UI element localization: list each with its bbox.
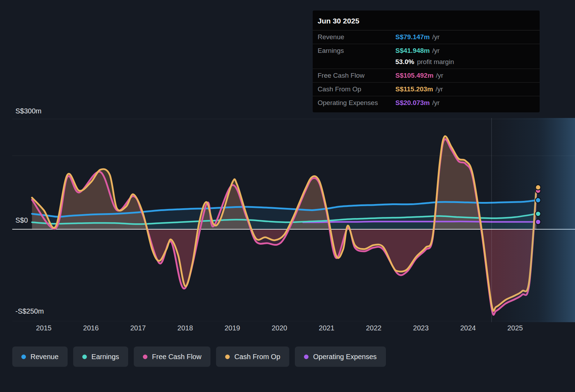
- x-tick-2022: 2022: [360, 324, 388, 332]
- profit-margin-value: 53.0%: [395, 58, 414, 66]
- operating-expenses-dot-icon: [304, 355, 309, 359]
- legend-label: Operating Expenses: [313, 353, 376, 361]
- legend-item-revenue[interactable]: Revenue: [12, 346, 68, 367]
- end-dot-revenue: [535, 198, 541, 203]
- tooltip-label: Revenue: [318, 33, 395, 41]
- tooltip-row-cash-from-op: Cash From OpS$115.203m/yr: [313, 82, 540, 96]
- app-root: S$300m S$0 -S$250m 201520162017201820192…: [0, 0, 575, 392]
- tooltip-row-earnings: EarningsS$41.948m/yr: [313, 44, 540, 57]
- legend: RevenueEarningsFree Cash FlowCash From O…: [12, 346, 386, 367]
- tooltip-row-operating-expenses: Operating ExpensesS$20.073m/yr: [313, 96, 540, 110]
- end-dot-earnings: [535, 211, 541, 216]
- free-cash-flow-dot-icon: [143, 355, 147, 359]
- tooltip-rows: RevenueS$79.147m/yrEarningsS$41.948m/yr5…: [313, 30, 540, 110]
- tooltip-label: Earnings: [318, 47, 395, 55]
- legend-label: Cash From Op: [234, 353, 280, 361]
- future-region-overlay: [492, 118, 575, 322]
- y-axis-label-neg250: -S$250m: [15, 307, 44, 315]
- chart-tooltip: Jun 30 2025 RevenueS$79.147m/yrEarningsS…: [313, 10, 540, 112]
- earnings-dot-icon: [82, 355, 87, 359]
- x-tick-2019: 2019: [218, 324, 246, 332]
- legend-item-cash-from-op[interactable]: Cash From Op: [216, 346, 289, 367]
- x-tick-2023: 2023: [407, 324, 435, 332]
- tooltip-value: S$105.492m: [395, 72, 434, 79]
- x-tick-2025: 2025: [501, 324, 529, 332]
- x-tick-2016: 2016: [77, 324, 105, 332]
- revenue-dot-icon: [21, 355, 26, 359]
- cash-from-op-dot-icon: [225, 355, 230, 359]
- tooltip-value-suffix: /yr: [436, 72, 443, 79]
- legend-label: Free Cash Flow: [152, 353, 201, 361]
- legend-label: Revenue: [30, 353, 58, 361]
- x-tick-2021: 2021: [313, 324, 341, 332]
- legend-item-operating-expenses[interactable]: Operating Expenses: [295, 346, 386, 367]
- x-tick-2020: 2020: [265, 324, 293, 332]
- x-tick-2015: 2015: [30, 324, 58, 332]
- tooltip-value-suffix: /yr: [432, 99, 439, 107]
- tooltip-date: Jun 30 2025: [313, 15, 540, 30]
- tooltip-row-profit-margin: 53.0%profit margin: [313, 57, 540, 69]
- legend-label: Earnings: [91, 353, 119, 361]
- tooltip-value: S$20.073m: [395, 99, 430, 107]
- tooltip-value: S$79.147m: [395, 33, 430, 41]
- y-axis-label-0: S$0: [15, 216, 28, 224]
- x-axis: 2015201620172018201920202021202220232024…: [0, 324, 575, 335]
- tooltip-value-suffix: /yr: [432, 47, 439, 55]
- profit-margin-label: profit margin: [417, 58, 454, 66]
- tooltip-value-suffix: /yr: [436, 85, 443, 93]
- tooltip-label: Cash From Op: [318, 85, 395, 93]
- tooltip-label: Free Cash Flow: [318, 72, 395, 79]
- tooltip-value-suffix: /yr: [432, 33, 439, 41]
- end-dot-cash-from-op: [535, 185, 541, 190]
- tooltip-row-revenue: RevenueS$79.147m/yr: [313, 30, 540, 44]
- tooltip-value: S$41.948m: [395, 47, 430, 55]
- end-dot-operating-expenses: [535, 219, 541, 225]
- x-tick-2018: 2018: [171, 324, 199, 332]
- tooltip-value: S$115.203m: [395, 85, 433, 93]
- y-axis-label-300: S$300m: [15, 107, 42, 115]
- x-tick-2017: 2017: [124, 324, 152, 332]
- legend-item-earnings[interactable]: Earnings: [73, 346, 128, 367]
- tooltip-row-free-cash-flow: Free Cash FlowS$105.492m/yr: [313, 69, 540, 82]
- tooltip-label: Operating Expenses: [318, 99, 395, 107]
- x-tick-2024: 2024: [454, 324, 482, 332]
- legend-item-free-cash-flow[interactable]: Free Cash Flow: [134, 346, 210, 367]
